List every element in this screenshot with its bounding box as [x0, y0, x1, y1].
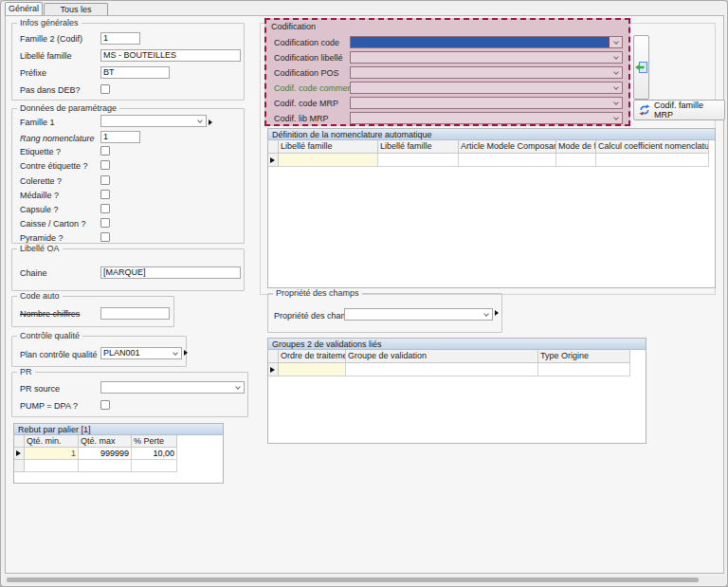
row-filler — [630, 363, 646, 376]
chevron-down-icon[interactable] — [610, 83, 622, 93]
tab-general[interactable]: Général — [5, 2, 43, 15]
cell-empty[interactable] — [346, 363, 538, 376]
row-filler — [709, 154, 715, 167]
row-filler — [177, 460, 223, 472]
cell-empty[interactable] — [79, 460, 132, 472]
chevron-down-icon[interactable] — [480, 309, 492, 320]
column-header-calcul-coefficient[interactable]: Calcul coefficient nomenclature — [596, 140, 709, 154]
chevron-down-icon[interactable] — [610, 37, 622, 47]
group-title: Propriété des champs — [273, 288, 362, 299]
nombre-chiffres-input[interactable] — [100, 307, 170, 320]
propriete-combo[interactable] — [344, 308, 493, 321]
header-filler — [709, 140, 715, 154]
etiquette-checkbox[interactable] — [100, 146, 110, 156]
application-window: Général Tous les champs Infos générales … — [0, 0, 728, 587]
current-row-marker-icon — [270, 157, 275, 163]
group-pr: PR PR source PUMP = DPA ? — [11, 372, 248, 417]
codification-libelle-combo[interactable] — [350, 51, 623, 64]
group-donnees-parametrage: Données de paramétrage Famille 1 Rang no… — [11, 108, 245, 244]
group-title: Codification — [271, 22, 316, 31]
column-header-perte[interactable]: % Perte — [132, 435, 177, 448]
pump-dpa-checkbox[interactable] — [100, 400, 110, 410]
chaine-input[interactable]: [MARQUE] — [100, 266, 241, 279]
current-row-marker — [268, 363, 279, 376]
prefixe-input[interactable]: BT — [100, 66, 170, 79]
column-header-qte-min[interactable]: Qté. min. — [25, 435, 79, 448]
current-row-marker — [268, 154, 279, 167]
pr-source-combo[interactable] — [100, 381, 245, 394]
codification-pos-combo[interactable] — [350, 66, 623, 79]
plan-controle-combo[interactable]: PLAN001 — [100, 347, 182, 359]
cell-empty[interactable] — [556, 154, 596, 167]
chevron-down-icon[interactable] — [231, 382, 244, 393]
group-codification-highlighted: Codification Codification code Codificat… — [264, 18, 630, 126]
pas-dans-deb-label: Pas dans DEB? — [20, 85, 81, 96]
chevron-down-icon[interactable] — [169, 348, 181, 358]
more-options-arrow-icon[interactable] — [209, 119, 212, 125]
famille1-combo[interactable] — [100, 115, 207, 127]
more-options-arrow-icon[interactable] — [184, 350, 188, 356]
column-header-ordre-traitement[interactable]: Ordre de traitement — [279, 350, 346, 363]
codif-lib-mrp-combo[interactable] — [350, 112, 623, 124]
cell-empty[interactable] — [378, 154, 459, 167]
cell-empty[interactable] — [459, 154, 556, 167]
import-codification-button[interactable] — [633, 35, 649, 100]
chevron-down-icon[interactable] — [610, 113, 622, 123]
column-header-libelle-famille-1[interactable]: Libellé famille — [279, 140, 378, 154]
column-header-libelle-famille-2[interactable]: Libellé famille — [378, 140, 459, 154]
cell-empty[interactable] — [538, 363, 630, 376]
codification-code-combo[interactable] — [350, 36, 623, 48]
cell-active[interactable] — [279, 363, 346, 376]
column-header-article-modele[interactable]: Article Modele Composant — [459, 140, 556, 154]
cell-empty[interactable] — [132, 460, 177, 472]
medaille-checkbox[interactable] — [100, 190, 110, 199]
selected-value-highlight — [351, 37, 610, 47]
contre-etiquette-checkbox[interactable] — [100, 160, 110, 170]
header-filler — [177, 435, 223, 448]
pas-dans-deb-checkbox[interactable] — [100, 84, 110, 94]
cell-qte-min[interactable]: 1 — [25, 448, 79, 460]
cell-active[interactable] — [279, 154, 378, 167]
chevron-down-icon[interactable] — [610, 67, 622, 78]
libelle-famille-input[interactable]: MS - BOUTEILLES — [100, 49, 241, 62]
column-header-qte-max[interactable]: Qté. max — [79, 435, 132, 448]
column-header-type-origine[interactable]: Type Origine — [538, 350, 630, 363]
row-header — [14, 460, 25, 472]
codif-code-commercial-combo[interactable] — [350, 82, 623, 94]
current-row-marker — [14, 448, 25, 460]
cell-qte-max[interactable]: 999999 — [79, 448, 132, 460]
prefixe-label: Préfixe — [20, 68, 46, 79]
chaine-label: Chaine — [20, 268, 47, 279]
tab-page-general: Infos générales Famille 2 (Codif) 1 Libe… — [5, 15, 724, 574]
codif-code-mrp-combo[interactable] — [350, 97, 623, 109]
famille2-input[interactable]: 1 — [100, 32, 140, 45]
chevron-down-icon[interactable] — [610, 98, 622, 108]
group-code-auto: Code auto Nombre chiffres — [11, 296, 174, 327]
rang-nomenclature-input[interactable]: 1 — [100, 131, 140, 143]
group-title: Groupes 2 de validations liés — [268, 339, 646, 350]
row-header — [268, 140, 279, 154]
tab-tous-les-champs[interactable]: Tous les champs — [44, 3, 108, 15]
codification-code-label: Codification code — [274, 38, 339, 48]
pyramide-label: Pyramide ? — [20, 233, 64, 244]
more-options-arrow-icon[interactable] — [495, 310, 499, 316]
horizontal-scrollbar-thumb[interactable] — [7, 578, 699, 582]
column-header-groupe-validation[interactable]: Groupe de validation — [346, 350, 538, 363]
capsule-checkbox[interactable] — [100, 204, 110, 213]
chevron-down-icon[interactable] — [193, 116, 206, 126]
row-header — [14, 435, 25, 448]
caisse-carton-checkbox[interactable] — [100, 218, 110, 228]
group-title: Données de paramétrage — [17, 103, 119, 114]
cell-empty[interactable] — [596, 154, 709, 167]
pyramide-checkbox[interactable] — [100, 232, 110, 242]
chevron-down-icon[interactable] — [610, 52, 622, 63]
header-filler — [630, 350, 646, 363]
codif-famille-mrp-button[interactable]: Codif. famille MRP — [633, 100, 725, 120]
column-header-mode-fab[interactable]: Mode de fab — [556, 140, 596, 154]
cell-empty[interactable] — [25, 460, 79, 472]
horizontal-scrollbar[interactable] — [3, 576, 725, 585]
cell-perte[interactable]: 10,00 — [132, 448, 177, 460]
colerette-checkbox[interactable] — [100, 175, 110, 185]
group-controle-qualite: Contrôle qualité Plan contrôle qualité P… — [11, 336, 187, 367]
group-title: Rebut par palier [1] — [14, 424, 223, 435]
